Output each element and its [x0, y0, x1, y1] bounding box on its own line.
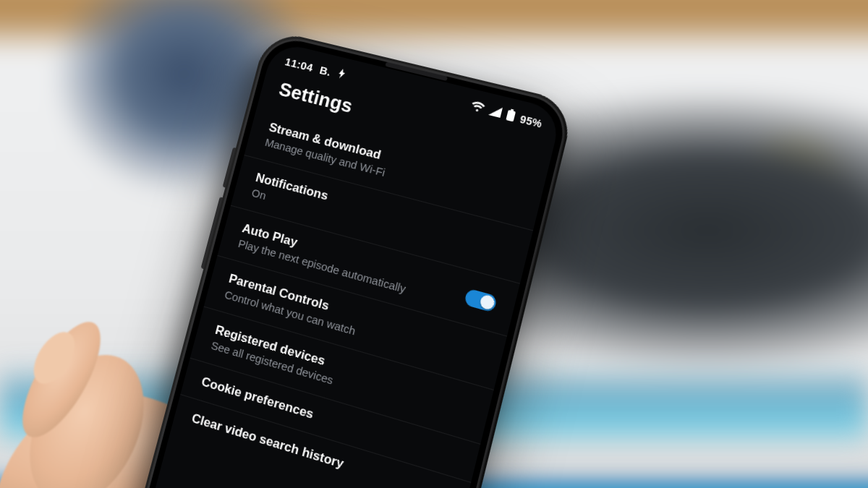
battery-icon: [505, 108, 517, 124]
cell-signal-icon: [488, 105, 503, 120]
status-app-indicator: B.: [318, 64, 332, 78]
auto-play-toggle[interactable]: [464, 288, 498, 313]
lightning-icon: [336, 68, 348, 82]
wifi-icon: [469, 100, 485, 116]
status-battery-text: 95%: [519, 113, 543, 129]
status-time: 11:04: [284, 55, 314, 74]
svg-rect-4: [506, 110, 516, 122]
